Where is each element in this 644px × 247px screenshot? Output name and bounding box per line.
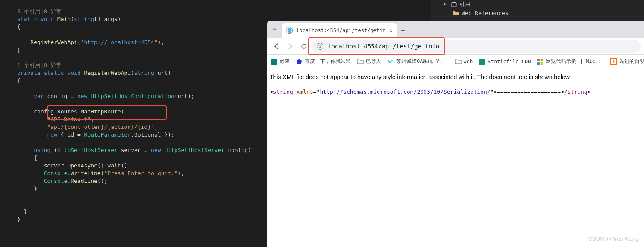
new-tab-button[interactable]: + bbox=[397, 24, 409, 36]
expand-icon bbox=[444, 3, 446, 6]
svg-point-3 bbox=[297, 59, 302, 64]
bookmark-item[interactable]: 必应 bbox=[271, 58, 290, 65]
bookmark-item[interactable]: Ui先进的自动化软 bbox=[610, 58, 644, 65]
svg-text:NB: NB bbox=[387, 60, 393, 64]
bing-icon bbox=[271, 58, 277, 65]
favicon-globe-icon: 🌐 bbox=[286, 27, 293, 34]
tab-strip: 🌐 localhost:4554/api/test/getin × + bbox=[267, 21, 644, 38]
svg-rect-5 bbox=[479, 59, 485, 65]
editor-gutter bbox=[0, 0, 13, 247]
highlight-url bbox=[308, 37, 445, 55]
uipath-icon: Ui bbox=[610, 58, 617, 65]
svg-rect-8 bbox=[537, 62, 540, 65]
forward-button[interactable] bbox=[284, 40, 296, 52]
folder-icon bbox=[453, 10, 459, 16]
bookmark-item[interactable]: 百度一下，你就知道 bbox=[296, 58, 351, 65]
tree-label: Web References bbox=[462, 10, 509, 16]
xml-notice: This XML file does not appear to have an… bbox=[270, 72, 641, 84]
folder-icon bbox=[357, 58, 364, 65]
omnibox[interactable]: i localhost:4554/api/test/getinfo bbox=[312, 40, 641, 53]
codelens-ref[interactable]: 1 个引用|0 异常 bbox=[17, 62, 62, 68]
bookmark-item[interactable]: 浏览代码示例 | Mic... bbox=[537, 58, 604, 65]
highlight-route-template bbox=[47, 105, 167, 120]
svg-rect-1 bbox=[452, 2, 456, 3]
oa-icon: NB bbox=[387, 58, 394, 65]
route-template: "api/{controller}/{action}/{id}" bbox=[47, 124, 154, 130]
svg-rect-9 bbox=[541, 62, 543, 65]
folder-icon bbox=[455, 58, 462, 65]
baidu-icon bbox=[296, 58, 303, 65]
code-editor[interactable]: 0 个引用|0 异常 static void Main(string[] arg… bbox=[0, 0, 267, 247]
browser-tab[interactable]: 🌐 localhost:4554/api/test/getin × bbox=[282, 23, 397, 38]
microsoft-icon bbox=[537, 58, 544, 65]
page-content: This XML file does not appear to have an… bbox=[267, 68, 644, 98]
browser-window: 🌐 localhost:4554/api/test/getin × + i lo… bbox=[267, 21, 644, 247]
svg-text:Ui: Ui bbox=[612, 60, 616, 64]
references-icon bbox=[451, 1, 457, 7]
bookmark-item[interactable]: Staticfile CDN bbox=[479, 58, 531, 65]
url-bar: i localhost:4554/api/test/getinfo bbox=[267, 38, 644, 55]
codelens-ref[interactable]: 0 个引用|0 异常 bbox=[17, 8, 62, 15]
svg-rect-2 bbox=[271, 59, 277, 65]
tree-item-webrefs[interactable]: Web References bbox=[431, 9, 644, 17]
staticfile-icon bbox=[479, 58, 485, 65]
tree-label: 引用 bbox=[459, 0, 471, 8]
window-dropdown-icon[interactable] bbox=[271, 23, 279, 35]
url-link[interactable]: http://localhost:4554 bbox=[84, 39, 154, 45]
bookmark-item[interactable]: NB苏州诚隆OA系统 V... bbox=[387, 58, 449, 65]
svg-rect-0 bbox=[451, 3, 456, 6]
svg-rect-6 bbox=[537, 59, 540, 61]
back-button[interactable] bbox=[271, 40, 282, 52]
xml-body: <string xmlns="http://schemas.microsoft.… bbox=[270, 89, 641, 95]
bookmark-item[interactable]: Web bbox=[455, 58, 473, 65]
close-tab-icon[interactable]: × bbox=[389, 27, 393, 34]
tree-item-references[interactable]: 引用 bbox=[431, 0, 644, 9]
svg-rect-7 bbox=[541, 59, 543, 61]
bookmarks-bar: 必应 百度一下，你就知道 已导入 NB苏州诚隆OA系统 V... Web Sta… bbox=[267, 55, 644, 68]
tab-title: localhost:4554/api/test/getin bbox=[296, 27, 386, 33]
watermark: CSDN @Ares-Wang bbox=[588, 235, 639, 242]
solution-explorer[interactable]: 引用 Web References bbox=[431, 0, 644, 21]
bookmark-item[interactable]: 已导入 bbox=[357, 58, 381, 65]
